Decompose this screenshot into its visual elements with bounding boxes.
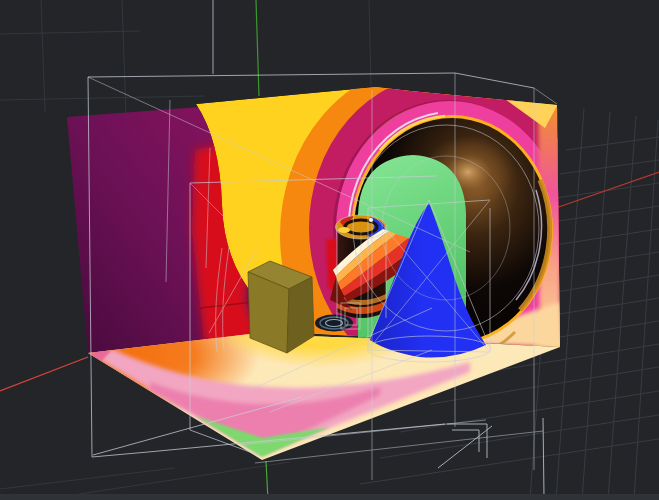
cube[interactable] [248,261,314,353]
3d-viewport-canvas[interactable] [0,0,659,500]
bottom-edge-bar [0,494,659,500]
